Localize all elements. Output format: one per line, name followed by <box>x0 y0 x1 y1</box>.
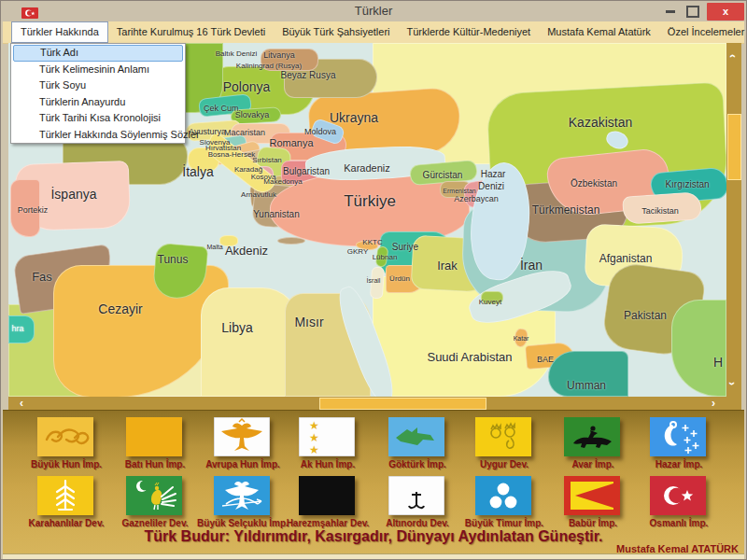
menu-items: Türkler HakkındaTarihte Kurulmuş 16 Türk… <box>3 21 744 43</box>
map-label: Romanya <box>269 137 313 148</box>
map-label: Litvanya <box>263 50 295 60</box>
map-label: İspanya <box>50 187 96 202</box>
hazar-flag-image <box>650 417 706 456</box>
flag-tile-gazneliler-dev[interactable]: Gazneliler Dev. <box>126 476 184 515</box>
flag-tile-buyuk-selcuklu-imp[interactable]: Büyük Selçuklu İmp. <box>214 476 272 515</box>
map-label: GKRY <box>347 247 369 256</box>
map-label: H <box>713 355 723 370</box>
map-label: Ürdün <box>389 274 410 283</box>
flag-tile-gokturk-imp[interactable]: Göktürk İmp. <box>388 417 446 456</box>
close-button[interactable]: x <box>707 3 744 21</box>
dropdown-item[interactable]: Türkler Hakkında Söylenmiş Sözler <box>11 127 185 144</box>
map-label: KKTC <box>362 238 382 246</box>
flag-tile-hazar-imp[interactable]: Hazar İmp. <box>650 417 708 456</box>
map-label: Kırgızistan <box>665 179 709 189</box>
avrupa-hun-flag-image <box>214 417 270 456</box>
flag-tile-bati-hun-imp[interactable]: Batı Hun İmp. <box>126 417 184 456</box>
dropdown-item[interactable]: Türklerin Anayurdu <box>11 94 185 111</box>
flag-tile-harezmsahlar-dev[interactable]: Harezmşahlar Dev. <box>299 476 357 515</box>
menu-item[interactable]: Mustafa Kemal Atatürk <box>539 21 659 43</box>
map-label: Irak <box>437 259 458 273</box>
map-label: Katar <box>514 335 529 342</box>
menu-item[interactable]: Türklerde Kültür-Medeniyet <box>399 21 540 43</box>
map-label: Türkmenistan <box>532 203 600 217</box>
scroll-up-arrow-icon[interactable]: › <box>726 54 738 58</box>
horizontal-scrollbar-thumb[interactable] <box>319 398 486 410</box>
map-label: Özbekistan <box>571 178 617 189</box>
map-label: İtalya <box>182 164 213 179</box>
map-label: İran <box>520 258 543 273</box>
scrollbar-corner <box>726 397 741 410</box>
buyuk-selcuklu-flag-image <box>214 476 270 515</box>
map-label: Mısır <box>294 315 323 329</box>
window-bottom-strip <box>3 553 744 560</box>
map-label: BAE <box>537 355 554 364</box>
flag-tile-buyuk-timur-imp[interactable]: Büyük Timur İmp. <box>475 476 533 515</box>
map-label: Suudi Arabistan <box>427 350 512 364</box>
scroll-right-arrow-icon[interactable]: › <box>712 398 715 409</box>
window-title: Türkler <box>1 4 746 18</box>
karahanlilar-flag-image <box>37 476 93 515</box>
vertical-scrollbar[interactable]: › › <box>726 43 741 397</box>
menu-item[interactable]: Türkler Hakkında <box>11 21 108 43</box>
menu-item[interactable]: Büyük Türk Şahsiyetleri <box>274 21 398 43</box>
flag-tile-ak-hun-imp[interactable]: ★★★ Ak Hun İmp. <box>299 417 357 456</box>
gokturk-flag-image <box>388 417 444 456</box>
map-label: Arnavutluk <box>241 190 276 199</box>
map-label: Pakistan <box>624 309 667 322</box>
osmanli-flag-image <box>650 476 706 515</box>
flag-tile-altinordu-dev[interactable]: Altınordu Dev. <box>388 476 446 515</box>
map-label: Kazakistan <box>569 115 632 130</box>
map-label: Malta <box>206 244 222 250</box>
scroll-down-arrow-icon[interactable]: › <box>726 382 738 385</box>
map-label: Tunus <box>158 253 189 266</box>
map-label: Türkiye <box>344 192 396 211</box>
dropdown-item[interactable]: Türk Adı <box>13 45 183 62</box>
flag-label: Hazar İmp. <box>623 459 735 469</box>
map-label: Fas <box>32 270 52 284</box>
vertical-scrollbar-thumb[interactable] <box>727 114 741 180</box>
map-label: Makedonya <box>263 177 302 186</box>
map-label: Karadeniz <box>344 162 390 174</box>
harezmsahlar-flag-image <box>299 476 355 515</box>
flag-tile-uygur-dev[interactable]: Uygur Dev. <box>475 417 533 456</box>
dropdown-item[interactable]: Türk Tarihi Kısa Kronolojisi <box>11 110 185 127</box>
maximize-button[interactable] <box>686 6 699 18</box>
buyuk-hun-flag-image <box>37 417 93 456</box>
title-bar[interactable]: Türkler x <box>1 1 746 21</box>
horizontal-scrollbar[interactable]: ‹ › <box>8 397 726 410</box>
map-label: Gürcistan <box>423 170 463 180</box>
minimize-button[interactable] <box>666 10 675 13</box>
map-label: Baltık Denizi <box>216 49 257 58</box>
flag-label: Osmanlı İmp. <box>623 518 735 528</box>
menu-item[interactable]: Tarihte Kurulmuş 16 Türk Devleti <box>108 21 274 43</box>
menu-item[interactable]: Özel İncelemeler <box>659 21 747 43</box>
flag-tile-avrupa-hun-imp[interactable]: Avrupa Hun İmp. <box>214 417 272 456</box>
dropdown-item[interactable]: Türk Kelimesinin Anlamı <box>11 62 185 78</box>
gazneliler-flag-image <box>126 476 182 515</box>
scroll-left-arrow-icon[interactable]: ‹ <box>20 398 23 409</box>
map-label: Beyaz Rusya <box>281 70 336 80</box>
dropdown-items: Türk AdıTürk Kelimesinin AnlamıTürk Soyu… <box>11 45 185 143</box>
map-label: Hazar <box>481 169 506 179</box>
bati-hun-flag-image <box>126 417 182 456</box>
map-label: Umman <box>567 379 606 392</box>
babur-flag-image <box>564 476 620 515</box>
map-label: Portekiz <box>18 205 49 215</box>
map-label: Kaliningrad (Rusya) <box>236 62 302 70</box>
map-label: Ermenistan <box>443 188 475 194</box>
flag-tile-osmanli-imp[interactable]: Osmanlı İmp. <box>650 476 708 515</box>
dropdown-item[interactable]: Türk Soyu <box>11 77 185 94</box>
map-label: Cezayir <box>98 301 142 316</box>
flag-tile-buyuk-hun-imp[interactable]: Büyük Hun İmp. <box>37 417 95 456</box>
flag-tile-babur-imp[interactable]: Babür İmp. <box>564 476 622 515</box>
map-label: Azerbaycan <box>454 194 499 203</box>
app-window: Türkler x Türkler HakkındaTarihte Kurulm… <box>0 0 747 560</box>
map-label: Akdeniz <box>225 244 268 258</box>
flag-tile-avar-imp[interactable]: Avar İmp. <box>564 417 622 456</box>
avar-flag-image <box>564 417 620 456</box>
map-label: Suriye <box>392 242 418 252</box>
map-region-hindistan <box>671 300 726 397</box>
flag-tile-karahanlilar-dev[interactable]: Karahanlılar Dev. <box>37 476 95 515</box>
map-label: Yunanistan <box>253 209 300 219</box>
